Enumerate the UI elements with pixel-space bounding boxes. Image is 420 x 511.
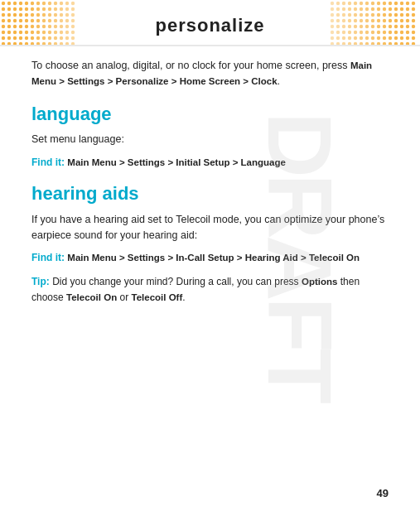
section-language: language Set menu language: Find it: Mai… xyxy=(31,104,389,171)
intro-text-after: . xyxy=(278,75,280,87)
tip-text: Did you change your mind? During a call,… xyxy=(52,276,302,287)
intro-paragraph: To choose an analog, digital, or no cloc… xyxy=(31,58,389,90)
hearing-aids-find-it: Find it: Main Menu > Settings > In-Call … xyxy=(31,250,389,266)
tip-bold2: Telecoil On xyxy=(66,292,117,302)
tip-end: . xyxy=(182,292,185,303)
intro-text-before: To choose an analog, digital, or no cloc… xyxy=(31,60,350,71)
hearing-aids-find-it-path: Main Menu > Settings > In-Call Setup > H… xyxy=(67,253,360,263)
tip-label: Tip: xyxy=(31,276,50,287)
hearing-aids-tip: Tip: Did you change your mind? During a … xyxy=(31,274,389,306)
hearing-aids-body: If you have a hearing aid set to Telecoi… xyxy=(31,212,389,244)
hearing-aids-find-it-label: Find it: xyxy=(31,252,65,263)
content-area: To choose an analog, digital, or no cloc… xyxy=(0,58,420,306)
tip-bold1: Options xyxy=(302,277,337,287)
page-title: personalize xyxy=(155,15,264,36)
hearing-aids-heading: hearing aids xyxy=(31,183,389,205)
language-find-it: Find it: Main Menu > Settings > Initial … xyxy=(31,155,389,171)
page-container: DRAFT personalize To choose an analog, d… xyxy=(0,0,420,511)
page-header: personalize xyxy=(0,0,420,46)
language-find-it-path: Main Menu > Settings > Initial Setup > L… xyxy=(67,157,286,167)
language-find-it-label: Find it: xyxy=(31,157,65,168)
language-body: Set menu language: xyxy=(31,132,389,147)
page-number: 49 xyxy=(377,487,389,499)
language-heading: language xyxy=(31,104,389,125)
section-hearing-aids: hearing aids If you have a hearing aid s… xyxy=(31,183,389,306)
tip-or: or xyxy=(117,292,131,303)
tip-bold3: Telecoil Off xyxy=(132,292,183,302)
